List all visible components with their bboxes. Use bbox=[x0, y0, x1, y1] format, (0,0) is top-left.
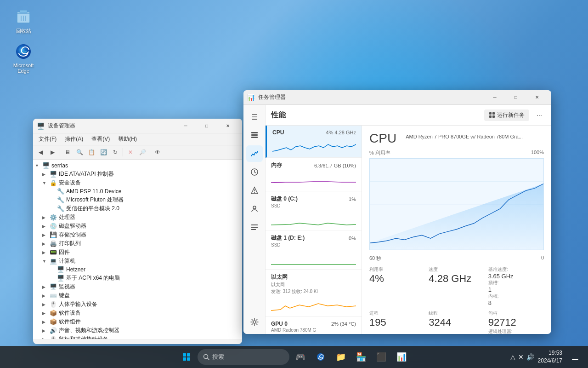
update-driver-icon[interactable]: 🔄 bbox=[98, 147, 109, 158]
svg-rect-8 bbox=[251, 134, 258, 136]
taskbar-app-files[interactable]: 📁 bbox=[332, 348, 350, 366]
svg-point-13 bbox=[254, 192, 255, 193]
svg-rect-35 bbox=[572, 359, 578, 360]
desktop-icon-recycle[interactable]: 回收站 bbox=[7, 7, 40, 34]
nav-users-button[interactable] bbox=[246, 201, 263, 217]
stat-utilization: 利用率 4% bbox=[369, 266, 425, 306]
start-button[interactable] bbox=[177, 348, 196, 366]
tree-item-security[interactable]: ▼ 🔒 安全设备 bbox=[42, 178, 240, 187]
notification-button[interactable] bbox=[566, 348, 584, 366]
tree-item-keyboard[interactable]: ▶ ⌨️ 键盘 bbox=[42, 291, 240, 300]
nav-processes-button[interactable] bbox=[246, 127, 263, 144]
tree-item-software-dev[interactable]: ▶ 📦 软件设备 bbox=[42, 309, 240, 317]
tm-minimize-button[interactable]: ─ bbox=[484, 90, 505, 105]
taskbar-right: △ ✕ 🔊 19:53 2024/6/17 bbox=[510, 348, 584, 366]
recycle-bin-label: 回收站 bbox=[16, 28, 31, 34]
resource-ethernet[interactable]: 以太网 以太网 发送: 312 接收: 24.0 Ki bbox=[266, 270, 362, 317]
tree-item-processor[interactable]: ▶ ⚙️ 处理器 bbox=[42, 213, 240, 222]
menu-help[interactable]: 帮助(H) bbox=[114, 134, 141, 144]
tree-item-pluton[interactable]: 🔧 Microsoft Pluton 处理器 bbox=[50, 196, 240, 204]
resource-disk1[interactable]: 磁盘 1 (D: E:) 0% SSD bbox=[266, 230, 362, 270]
tree-root[interactable]: ▼ 🖥️ serrias bbox=[35, 161, 240, 170]
disk1-subtitle: SSD bbox=[271, 242, 356, 247]
svg-rect-22 bbox=[492, 115, 495, 118]
menu-view[interactable]: 查看(V) bbox=[88, 134, 113, 144]
taskbar-search[interactable]: 搜索 bbox=[198, 349, 289, 365]
tree-item-disk[interactable]: ▶ 💿 磁盘驱动器 bbox=[42, 222, 240, 230]
scan-icon[interactable]: 🔎 bbox=[137, 147, 148, 158]
tree-item-computer[interactable]: ▼ 💻 计算机 bbox=[42, 257, 240, 265]
speed-value: 4.28 GHz bbox=[429, 273, 484, 285]
desktop-icon-edge[interactable]: Microsoft Edge bbox=[7, 42, 40, 74]
nav-performance-button[interactable] bbox=[246, 145, 263, 162]
svg-rect-9 bbox=[251, 137, 258, 138]
cpu-graph bbox=[369, 158, 544, 250]
network-icon[interactable]: ✕ bbox=[518, 353, 524, 361]
run-task-button[interactable]: 运行新任务 bbox=[484, 109, 529, 121]
resource-gpu[interactable]: GPU 0 2% (34 °C) AMD Radeon 780M G bbox=[266, 317, 362, 334]
tm-maximize-button[interactable]: □ bbox=[505, 90, 526, 105]
svg-rect-15 bbox=[251, 224, 258, 225]
tree-item-storage[interactable]: ▶ 💾 存储控制器 bbox=[42, 230, 240, 239]
taskbar-clock[interactable]: 19:53 2024/6/17 bbox=[538, 349, 562, 365]
taskbar-app-store[interactable]: 🏪 bbox=[352, 348, 370, 366]
tree-item-software-comp[interactable]: ▶ 📦 软件组件 bbox=[42, 317, 240, 326]
remove-device-icon[interactable]: ✕ bbox=[125, 147, 136, 158]
time-right: 0 bbox=[541, 255, 544, 262]
tree-item-hetzner[interactable]: 🖥️ Hetzner bbox=[50, 265, 240, 274]
svg-point-18 bbox=[253, 321, 256, 323]
taskbar-app-taskmanager[interactable]: 📊 bbox=[392, 348, 411, 366]
maximize-button[interactable]: □ bbox=[196, 119, 217, 133]
logical-label: 逻辑处理器: bbox=[488, 328, 544, 334]
tree-item-tpm[interactable]: 🔧 受信任的平台模块 2.0 bbox=[50, 204, 240, 213]
tree-item-hid[interactable]: ▶ 🖱️ 人体学输入设备 bbox=[42, 300, 240, 309]
minimize-button[interactable]: ─ bbox=[175, 119, 196, 133]
tree-item-acpi[interactable]: 🖥️ 基于 ACPI x64 的电脑 bbox=[50, 274, 240, 282]
resource-disk0[interactable]: 磁盘 0 (C:) 1% SSD bbox=[266, 191, 362, 230]
tree-item-mouse[interactable]: ▶ 🖱️ 鼠标和其他指针设备 bbox=[42, 335, 240, 339]
close-button[interactable]: ✕ bbox=[217, 119, 238, 133]
volume-icon[interactable]: 🔊 bbox=[526, 353, 534, 361]
chevron-icon[interactable]: △ bbox=[510, 353, 515, 361]
cpu-name: CPU bbox=[272, 129, 284, 136]
resource-memory[interactable]: 内存 6.3/61.7 GB (10%) bbox=[266, 158, 362, 191]
menu-action[interactable]: 操作(A) bbox=[61, 134, 87, 144]
header-actions: 运行新任务 ··· bbox=[484, 109, 546, 121]
device-manager-icon: 🖥️ bbox=[37, 122, 44, 130]
nav-details-button[interactable] bbox=[246, 219, 263, 236]
taskbar-app-terminal[interactable]: ⬛ bbox=[372, 348, 390, 366]
processes-label: 进程 bbox=[369, 310, 425, 316]
taskbar-app-edge[interactable] bbox=[311, 348, 330, 366]
cpu-detail-panel: CPU AMD Ryzen 7 PRO 8700GE w/ Radeon 780… bbox=[362, 126, 551, 334]
computer-icon[interactable]: 🖥 bbox=[62, 147, 73, 158]
more-options-button[interactable]: ··· bbox=[533, 109, 546, 121]
tree-item-firmware[interactable]: ▶ 📟 固件 bbox=[42, 248, 240, 257]
tree-item-print[interactable]: ▶ 🖨️ 打印队列 bbox=[42, 239, 240, 248]
back-button[interactable]: ◀ bbox=[35, 147, 46, 158]
ethernet-value: 发送: 312 接收: 24.0 Ki bbox=[271, 288, 356, 295]
tree-item-audio[interactable]: ▶ 🔊 声音、视频和游戏控制器 bbox=[42, 326, 240, 335]
cores-value: 8 bbox=[488, 299, 544, 306]
base-speed-value: 3.65 GHz bbox=[488, 273, 544, 280]
stat-processes: 进程 195 bbox=[369, 310, 425, 334]
properties-icon[interactable]: 📋 bbox=[86, 147, 97, 158]
menu-file[interactable]: 文件(F) bbox=[35, 134, 60, 144]
tree-item-monitor[interactable]: ▶ 🖥️ 监视器 bbox=[42, 282, 240, 291]
util-max: 100% bbox=[531, 150, 544, 156]
resource-cpu[interactable]: CPU 4% 4.28 GHz bbox=[266, 126, 362, 158]
tree-item-ide[interactable]: ▶ 🖥️ IDE ATA/ATAPI 控制器 bbox=[42, 170, 240, 178]
nav-settings-button[interactable] bbox=[246, 314, 263, 330]
nav-menu-button[interactable]: ☰ bbox=[246, 109, 263, 125]
window-controls: ─ □ ✕ bbox=[175, 119, 238, 133]
show-hidden-icon[interactable]: 👁 bbox=[152, 147, 163, 158]
memory-value: 6.3/61.7 GB (10%) bbox=[314, 163, 356, 168]
nav-history-button[interactable] bbox=[246, 164, 263, 180]
disk0-value: 1% bbox=[349, 196, 356, 202]
tree-item-amd-psp[interactable]: 🔧 AMD PSP 11.0 Device bbox=[50, 187, 240, 196]
search-computer-icon[interactable]: 🔍 bbox=[74, 147, 85, 158]
nav-startup-button[interactable] bbox=[246, 182, 263, 199]
forward-button[interactable]: ▶ bbox=[47, 147, 58, 158]
refresh-icon[interactable]: ↻ bbox=[110, 147, 121, 158]
tm-close-button[interactable]: ✕ bbox=[526, 90, 548, 105]
taskbar-app-game[interactable]: 🎮 bbox=[291, 348, 310, 366]
